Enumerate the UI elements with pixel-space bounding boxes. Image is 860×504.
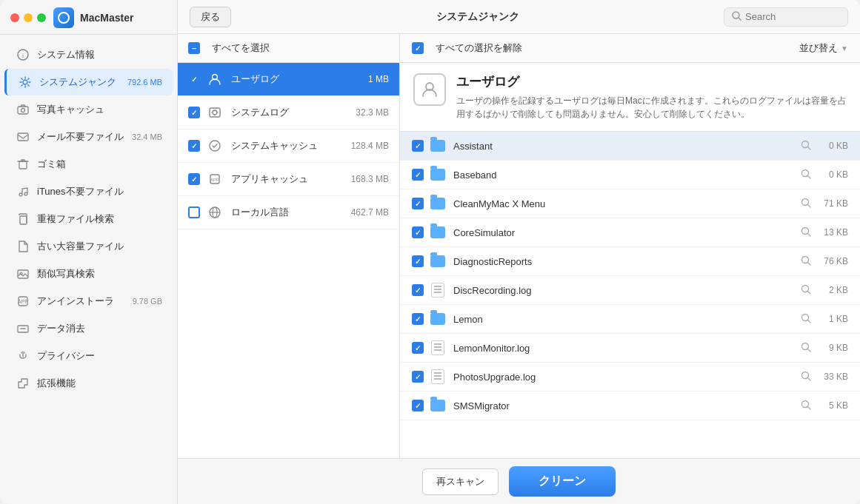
file-list-item[interactable]: DiagnosticReports76 KB bbox=[400, 247, 860, 276]
app-cache-icon: APP bbox=[206, 170, 224, 188]
file-checkbox[interactable] bbox=[412, 226, 424, 238]
sidebar-item-extensions[interactable]: 拡張機能 bbox=[4, 370, 173, 397]
magnify-icon[interactable] bbox=[801, 284, 811, 297]
desc-icon bbox=[413, 73, 446, 106]
category-name: アプリキャッシュ bbox=[231, 172, 351, 186]
file-size: 13 KB bbox=[819, 227, 848, 238]
trash-icon bbox=[15, 156, 31, 172]
sidebar-item-label: 重複ファイル検索 bbox=[37, 212, 162, 226]
search-icon bbox=[732, 11, 741, 23]
category-item-user-log[interactable]: ユーザログ 1 MB bbox=[178, 63, 399, 96]
file-name: CleanMyMac X Menu bbox=[453, 198, 801, 209]
rescan-button[interactable]: 再スキャン bbox=[422, 468, 499, 495]
close-button[interactable] bbox=[10, 13, 19, 22]
sidebar-item-photo-cache[interactable]: 写真キャッシュ bbox=[4, 96, 173, 123]
svg-rect-8 bbox=[20, 216, 27, 224]
sidebar-badge: 32.4 MB bbox=[132, 132, 162, 141]
magnify-icon[interactable] bbox=[801, 400, 811, 412]
file-list-item[interactable]: PhotosUpgrade.log33 KB bbox=[400, 363, 860, 392]
file-checkbox[interactable] bbox=[412, 284, 424, 296]
file-name: CoreSimulator bbox=[453, 227, 801, 238]
svg-text:APP: APP bbox=[210, 178, 219, 182]
file-list-item[interactable]: CleanMyMac X Menu71 KB bbox=[400, 189, 860, 218]
magnify-icon[interactable] bbox=[801, 226, 811, 239]
deselect-all-checkbox[interactable] bbox=[412, 42, 424, 54]
select-all-label[interactable]: すべてを選択 bbox=[212, 41, 270, 55]
file-list-item[interactable]: Assistant0 KB bbox=[400, 132, 860, 161]
magnify-icon[interactable] bbox=[801, 255, 811, 268]
sidebar-item-data-erase[interactable]: データ消去 bbox=[4, 315, 173, 342]
file-checkbox[interactable] bbox=[412, 255, 424, 267]
file-checkbox[interactable] bbox=[412, 342, 424, 354]
file-list-item[interactable]: DiscRecording.log2 KB bbox=[400, 276, 860, 305]
bottom-bar: 再スキャン クリーン bbox=[178, 458, 860, 504]
sidebar-item-dupe-files[interactable]: 重複ファイル検索 bbox=[4, 206, 173, 232]
file-list-item[interactable]: Lemon1 KB bbox=[400, 305, 860, 334]
file-checkbox[interactable] bbox=[412, 198, 424, 209]
sidebar-item-large-files[interactable]: 古い大容量ファイル bbox=[4, 233, 173, 260]
svg-line-43 bbox=[808, 406, 811, 409]
clean-button[interactable]: クリーン bbox=[509, 466, 616, 497]
magnify-icon[interactable] bbox=[801, 313, 811, 326]
sidebar-item-mail-junk[interactable]: メール不要ファイル 32.4 MB bbox=[4, 124, 173, 150]
mail-icon bbox=[15, 129, 31, 145]
sidebar-item-system-info[interactable]: i システム情報 bbox=[4, 41, 173, 68]
sidebar-item-label: 写真キャッシュ bbox=[37, 103, 162, 116]
magnify-icon[interactable] bbox=[801, 169, 811, 181]
svg-line-29 bbox=[808, 204, 811, 207]
category-item-local-lang[interactable]: ローカル言語 462.7 MB bbox=[178, 196, 399, 229]
category-item-app-cache[interactable]: APP アプリキャッシュ 168.3 MB bbox=[178, 163, 399, 196]
window-chrome: MacMaster bbox=[0, 0, 177, 35]
svg-line-39 bbox=[808, 349, 811, 352]
svg-rect-4 bbox=[18, 133, 28, 141]
sidebar-item-system-junk[interactable]: システムジャンク 792.6 MB bbox=[4, 69, 173, 95]
sidebar-item-itunes-junk[interactable]: iTunes不要ファイル bbox=[4, 178, 173, 205]
file-list-item[interactable]: CoreSimulator13 KB bbox=[400, 218, 860, 247]
file-checkbox[interactable] bbox=[412, 400, 424, 411]
minimize-button[interactable] bbox=[24, 13, 33, 22]
category-item-system-cache[interactable]: システムキャッシュ 128.4 MB bbox=[178, 130, 399, 163]
system-cache-icon bbox=[206, 137, 224, 155]
file-list-item[interactable]: SMSMigrator5 KB bbox=[400, 392, 860, 420]
file-log-icon bbox=[430, 340, 446, 356]
magnify-icon[interactable] bbox=[801, 342, 811, 355]
magnify-icon[interactable] bbox=[801, 198, 811, 210]
puzzle-icon bbox=[15, 375, 31, 392]
sort-arrow-icon: ▼ bbox=[841, 44, 848, 53]
category-item-system-log[interactable]: システムログ 32.3 MB bbox=[178, 96, 399, 130]
file-list-item[interactable]: Baseband0 KB bbox=[400, 161, 860, 189]
sidebar-item-privacy[interactable]: プライバシー bbox=[4, 343, 173, 369]
magnify-icon[interactable] bbox=[801, 371, 811, 383]
maximize-button[interactable] bbox=[37, 13, 46, 22]
svg-text:APP: APP bbox=[18, 299, 28, 304]
category-checkbox[interactable] bbox=[188, 173, 200, 185]
file-checkbox[interactable] bbox=[412, 371, 424, 383]
search-input[interactable] bbox=[745, 11, 841, 22]
category-checkbox[interactable] bbox=[188, 206, 200, 218]
magnify-icon[interactable] bbox=[801, 140, 811, 152]
file-name: Lemon bbox=[453, 314, 801, 325]
category-checkbox[interactable] bbox=[188, 107, 200, 118]
category-checkbox[interactable] bbox=[188, 73, 200, 85]
sidebar-item-label: 拡張機能 bbox=[37, 377, 162, 390]
file-size: 71 KB bbox=[819, 198, 848, 209]
file-size: 5 KB bbox=[819, 400, 848, 411]
file-size: 0 KB bbox=[819, 141, 848, 151]
sidebar-item-similar-photos[interactable]: 類似写真検索 bbox=[4, 261, 173, 287]
file-checkbox[interactable] bbox=[412, 169, 424, 181]
sidebar-item-uninstaller[interactable]: APP アンインストーラ 9.78 GB bbox=[4, 288, 173, 315]
file-checkbox[interactable] bbox=[412, 140, 424, 152]
info-icon: i bbox=[15, 47, 31, 63]
sort-dropdown[interactable]: 並び替え ▼ bbox=[799, 41, 848, 55]
file-checkbox[interactable] bbox=[412, 313, 424, 325]
file-list-item[interactable]: LemonMonitor.log9 KB bbox=[400, 334, 860, 363]
select-all-checkbox[interactable] bbox=[188, 42, 200, 54]
sidebar-item-trash[interactable]: ゴミ箱 bbox=[4, 151, 173, 178]
file-name: Assistant bbox=[453, 141, 801, 152]
category-checkbox[interactable] bbox=[188, 140, 200, 152]
category-size: 128.4 MB bbox=[351, 141, 389, 151]
back-button[interactable]: 戻る bbox=[190, 7, 231, 27]
deselect-all-label[interactable]: すべての選択を解除 bbox=[436, 41, 522, 55]
hand-icon bbox=[15, 348, 31, 364]
svg-line-41 bbox=[808, 377, 811, 380]
